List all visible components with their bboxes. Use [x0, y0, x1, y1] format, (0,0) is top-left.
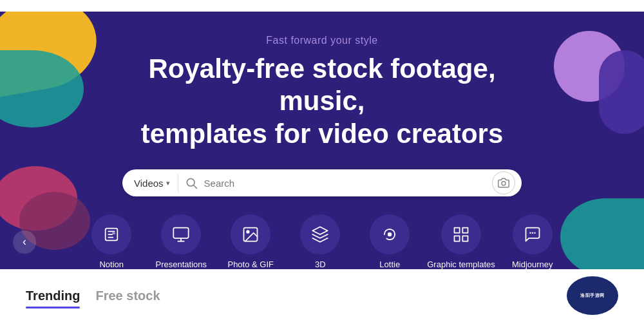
category-3d[interactable]: 3D — [288, 214, 352, 269]
hero-section: Fast forward your style Royalty-free sto… — [0, 12, 644, 269]
category-photo-gif[interactable]: Photo & GIF — [218, 214, 283, 269]
search-icon — [178, 176, 204, 189]
tab-free-stock[interactable]: Free stock — [95, 283, 160, 308]
photo-gif-icon-circle — [231, 214, 270, 254]
notion-icon-circle — [91, 214, 131, 254]
bottom-section: Trending Free stock 洛阳手游网 — [0, 269, 644, 322]
category-midjourney[interactable]: Midjourney — [500, 214, 565, 269]
header — [0, 0, 644, 12]
category-photo-gif-label: Photo & GIF — [227, 260, 274, 269]
category-notion-label: Notion — [99, 260, 124, 269]
svg-point-2 — [502, 182, 506, 185]
chevron-down-icon: ▾ — [166, 179, 170, 187]
category-graphic-templates-label: Graphic templates — [427, 260, 495, 269]
3d-icon-circle — [300, 214, 340, 254]
svg-rect-14 — [462, 236, 468, 241]
svg-rect-13 — [455, 236, 460, 241]
category-presentations[interactable]: Presentations — [149, 214, 213, 269]
category-3d-label: 3D — [315, 260, 326, 269]
category-midjourney-label: Midjourney — [512, 260, 553, 269]
category-presentations-label: Presentations — [156, 260, 207, 269]
hero-title: Royalty-free stock footage, music, templ… — [103, 53, 541, 150]
hero-subtitle: Fast forward your style — [266, 35, 377, 46]
category-notion[interactable]: Notion — [79, 214, 144, 269]
search-input[interactable] — [204, 178, 492, 189]
svg-rect-11 — [455, 228, 460, 233]
presentations-icon-circle — [161, 214, 201, 254]
deco-shape-right-dark — [599, 50, 644, 134]
svg-point-9 — [247, 231, 249, 233]
svg-rect-5 — [174, 228, 189, 238]
tab-trending[interactable]: Trending — [26, 283, 80, 308]
category-lottie[interactable]: Lottie — [357, 214, 422, 269]
camera-icon[interactable] — [492, 171, 515, 194]
lottie-icon-circle — [370, 214, 410, 254]
watermark-logo: 洛阳手游网 — [567, 276, 618, 315]
graphic-templates-icon-circle — [441, 214, 481, 254]
tabs: Trending Free stock — [26, 283, 160, 308]
svg-rect-4 — [112, 232, 115, 235]
prev-button[interactable]: ‹ — [13, 231, 36, 254]
category-graphic-templates[interactable]: Graphic templates — [427, 214, 495, 269]
search-type-label: Videos — [134, 178, 164, 189]
midjourney-icon-circle — [513, 214, 553, 254]
category-lottie-label: Lottie — [379, 260, 400, 269]
svg-line-1 — [193, 185, 196, 189]
search-type-dropdown[interactable]: Videos ▾ — [126, 174, 178, 193]
svg-point-10 — [388, 233, 392, 236]
categories-row: ‹ Notion Presentations — [0, 214, 644, 269]
search-bar: Videos ▾ — [122, 169, 522, 196]
svg-rect-12 — [462, 228, 468, 233]
